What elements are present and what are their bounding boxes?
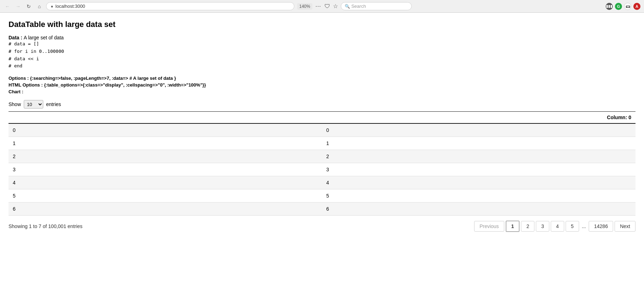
cell-3-0: 3 bbox=[9, 163, 322, 176]
html-options-value: {:table_options=>{:class=>"display", :ce… bbox=[44, 82, 206, 88]
code-line-1: # data = [] bbox=[9, 40, 635, 48]
options-label: Options : bbox=[9, 76, 30, 81]
search-icon: 🔍 bbox=[345, 4, 350, 9]
url-text: localhost:3000 bbox=[55, 4, 85, 9]
table-header: Column: 0 bbox=[9, 112, 635, 124]
table-row: 11 bbox=[9, 137, 635, 150]
url-shield-icon: ● bbox=[51, 4, 53, 9]
chart-line: Chart : bbox=[9, 89, 635, 94]
options-line: Options : {:searching=>false, :pageLengt… bbox=[9, 76, 635, 81]
cell-3-1: 3 bbox=[322, 163, 635, 176]
zoom-level: 140% bbox=[297, 3, 312, 10]
column-1-header: Column: 0 bbox=[322, 112, 635, 124]
cell-2-0: 2 bbox=[9, 150, 322, 163]
cell-0-0: 0 bbox=[9, 123, 322, 137]
options-value: {:searching=>false, :pageLength=>7, :dat… bbox=[30, 76, 176, 81]
shield-icon: 🛡 bbox=[324, 3, 330, 10]
back-button[interactable]: ← bbox=[4, 2, 11, 10]
table-row: 44 bbox=[9, 176, 635, 189]
code-line-4: # end bbox=[9, 62, 635, 70]
cell-2-1: 2 bbox=[322, 150, 635, 163]
table-row: 55 bbox=[9, 189, 635, 203]
table-row: 22 bbox=[9, 150, 635, 163]
table-row: 66 bbox=[9, 203, 635, 216]
code-line-2: # for i in 0..100000 bbox=[9, 48, 635, 55]
html-options-line: HTML Options : {:table_options=>{:class=… bbox=[9, 82, 635, 88]
cell-6-0: 6 bbox=[9, 203, 322, 216]
ext-green-icon[interactable]: G bbox=[615, 3, 622, 10]
more-options-icon[interactable]: ⋯ bbox=[315, 3, 322, 10]
datatable-wrapper: Column: 0 00112233445566 bbox=[9, 111, 635, 216]
next-button[interactable]: Next bbox=[615, 221, 635, 232]
cell-1-0: 1 bbox=[9, 137, 322, 150]
page-last-button[interactable]: 14286 bbox=[589, 221, 613, 232]
ext-monitor-icon[interactable]: ▭ bbox=[624, 3, 631, 10]
chart-label: Chart : bbox=[9, 89, 23, 94]
pagination: Previous 1 2 3 4 5 ... 14286 Next bbox=[474, 221, 635, 232]
data-table: Column: 0 00112233445566 bbox=[9, 111, 635, 216]
data-label-line: Data : A large set of data bbox=[9, 35, 635, 40]
cell-6-1: 6 bbox=[322, 203, 635, 216]
bookmarks-icon[interactable]: ▮▮▮ bbox=[606, 3, 613, 10]
show-label: Show bbox=[9, 101, 21, 107]
cell-5-0: 5 bbox=[9, 189, 322, 203]
datatable-info: Showing 1 to 7 of 100,001 entries bbox=[9, 223, 83, 229]
code-line-3: # data << i bbox=[9, 55, 635, 63]
entries-select[interactable]: 10 25 50 100 bbox=[24, 100, 43, 109]
cell-4-1: 4 bbox=[322, 176, 635, 189]
forward-button[interactable]: → bbox=[14, 2, 22, 10]
cell-5-1: 5 bbox=[322, 189, 635, 203]
page-5-button[interactable]: 5 bbox=[566, 221, 579, 232]
pagination-ellipsis: ... bbox=[581, 221, 588, 231]
table-row: 00 bbox=[9, 123, 635, 137]
column-0-header bbox=[9, 112, 322, 124]
page-2-button[interactable]: 2 bbox=[521, 221, 534, 232]
search-placeholder: Search bbox=[351, 4, 366, 9]
data-description: A large set of data bbox=[24, 35, 64, 40]
data-label: Data : bbox=[9, 35, 24, 40]
table-body: 00112233445566 bbox=[9, 123, 635, 216]
cell-1-1: 1 bbox=[322, 137, 635, 150]
search-bar[interactable]: 🔍 Search bbox=[341, 2, 412, 10]
reload-button[interactable]: ↻ bbox=[25, 2, 33, 10]
cell-0-1: 0 bbox=[322, 123, 635, 137]
show-entries-control: Show 10 25 50 100 entries bbox=[9, 100, 635, 109]
page-3-button[interactable]: 3 bbox=[536, 221, 549, 232]
star-icon[interactable]: ☆ bbox=[333, 3, 338, 10]
home-button[interactable]: ⌂ bbox=[35, 2, 43, 10]
cell-4-0: 4 bbox=[9, 176, 322, 189]
address-bar[interactable]: ● localhost:3000 bbox=[46, 2, 294, 10]
html-options-label: HTML Options : bbox=[9, 82, 44, 88]
page-1-button[interactable]: 1 bbox=[506, 221, 520, 232]
datatable-footer: Showing 1 to 7 of 100,001 entries Previo… bbox=[9, 216, 635, 235]
browser-toolbar: ← → ↻ ⌂ ● localhost:3000 140% ⋯ 🛡 ☆ 🔍 Se… bbox=[0, 0, 644, 13]
previous-button[interactable]: Previous bbox=[474, 221, 504, 232]
ext-red-icon[interactable]: A bbox=[633, 3, 640, 10]
page-content: DataTable with large data set Data : A l… bbox=[0, 13, 644, 242]
table-row: 33 bbox=[9, 163, 635, 176]
page-title: DataTable with large data set bbox=[9, 20, 635, 29]
page-4-button[interactable]: 4 bbox=[551, 221, 564, 232]
browser-extension-icons: ▮▮▮ G ▭ A bbox=[606, 3, 640, 10]
entries-label: entries bbox=[46, 101, 61, 107]
data-description-block: Data : A large set of data # data = [] #… bbox=[9, 35, 635, 70]
